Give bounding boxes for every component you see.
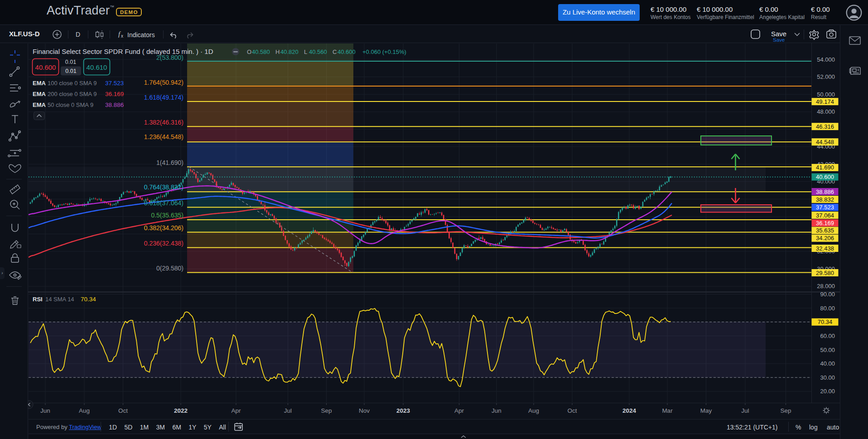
svg-text:Apr: Apr <box>231 407 241 414</box>
svg-text:Jul: Jul <box>284 407 292 414</box>
svg-text:0.618(37.064): 0.618(37.064) <box>144 199 183 207</box>
svg-text:28.000: 28.000 <box>817 283 835 289</box>
svg-text:37.523: 37.523 <box>105 80 124 87</box>
svg-text:60.00: 60.00 <box>820 333 835 339</box>
svg-text:2024: 2024 <box>622 407 637 414</box>
svg-text:Save: Save <box>771 30 786 38</box>
svg-text:54.000: 54.000 <box>817 56 835 63</box>
svg-text:30.00: 30.00 <box>820 374 835 381</box>
svg-text:38.832: 38.832 <box>816 196 834 203</box>
svg-text:Oct: Oct <box>118 407 128 414</box>
svg-text:Jun: Jun <box>40 407 50 414</box>
svg-text:90.00: 90.00 <box>820 291 835 298</box>
svg-text:1.764(50.942): 1.764(50.942) <box>144 79 183 86</box>
svg-text:D: D <box>76 31 80 38</box>
svg-text:29.580: 29.580 <box>816 270 834 276</box>
svg-text:34.206: 34.206 <box>816 235 834 241</box>
svg-text:H: H <box>275 48 280 55</box>
svg-text:0.764(38.832): 0.764(38.832) <box>144 183 183 191</box>
svg-text:40.580: 40.580 <box>252 48 270 55</box>
svg-text:36.169: 36.169 <box>816 220 834 227</box>
svg-text:Save: Save <box>773 37 785 43</box>
svg-text:1(41.690): 1(41.690) <box>156 159 183 166</box>
svg-text:35.635: 35.635 <box>816 227 834 234</box>
svg-text:100 close 0 SMA 9: 100 close 0 SMA 9 <box>48 80 96 87</box>
svg-text:48.000: 48.000 <box>817 108 835 115</box>
svg-text:EMA: EMA <box>33 91 46 97</box>
svg-text:44.548: 44.548 <box>816 139 834 145</box>
svg-text:O: O <box>247 48 251 55</box>
svg-text:Oct: Oct <box>567 407 577 414</box>
svg-text:37.523: 37.523 <box>816 204 834 211</box>
svg-text:Jun: Jun <box>492 407 502 414</box>
svg-text:C: C <box>333 48 337 55</box>
svg-text:40.560: 40.560 <box>309 48 327 55</box>
svg-text:40.600: 40.600 <box>816 174 834 180</box>
svg-text:1.382(46.316): 1.382(46.316) <box>144 119 183 126</box>
svg-text:40.610: 40.610 <box>87 63 107 71</box>
svg-text:L: L <box>304 48 307 55</box>
svg-text:0(29.580): 0(29.580) <box>156 265 183 272</box>
svg-text:Sep: Sep <box>321 407 332 414</box>
svg-text:40.00: 40.00 <box>820 360 835 367</box>
svg-text:Sep: Sep <box>780 407 791 414</box>
svg-text:Nov: Nov <box>359 407 370 414</box>
svg-text:May: May <box>700 407 712 414</box>
svg-text:0.382(34.206): 0.382(34.206) <box>144 224 183 232</box>
svg-text:1.618(49.174): 1.618(49.174) <box>144 94 183 101</box>
svg-text:x: x <box>121 34 123 39</box>
svg-text:+0.060 (+0.15%): +0.060 (+0.15%) <box>362 48 406 55</box>
svg-text:20.00: 20.00 <box>820 388 835 395</box>
svg-text:50.000: 50.000 <box>817 91 835 98</box>
svg-text:Mar: Mar <box>662 407 673 414</box>
svg-text:70.34: 70.34 <box>818 318 833 325</box>
svg-text:46.316: 46.316 <box>816 123 834 130</box>
svg-text:40.600: 40.600 <box>35 63 56 71</box>
svg-text:40.600: 40.600 <box>338 48 356 55</box>
svg-text:Apr: Apr <box>454 407 464 414</box>
svg-text:Aug: Aug <box>79 407 90 414</box>
svg-text:Financial Select Sector SPDR F: Financial Select Sector SPDR Fund ( dela… <box>33 48 213 55</box>
svg-text:32.438: 32.438 <box>816 245 834 252</box>
svg-text:37.064: 37.064 <box>816 212 834 219</box>
svg-text:0.236(32.438): 0.236(32.438) <box>144 240 183 247</box>
svg-text:RSI: RSI <box>33 296 43 303</box>
svg-text:14 SMA 14: 14 SMA 14 <box>45 296 74 303</box>
svg-text:2023: 2023 <box>396 407 410 414</box>
svg-text:52.000: 52.000 <box>817 73 835 80</box>
svg-text:Jul: Jul <box>741 407 749 414</box>
svg-text:41.690: 41.690 <box>816 164 834 171</box>
svg-text:Aug: Aug <box>528 407 539 414</box>
svg-text:EMA: EMA <box>33 101 46 108</box>
svg-text:0.5(35.635): 0.5(35.635) <box>151 212 183 219</box>
svg-text:1.236(44.548): 1.236(44.548) <box>144 133 183 140</box>
svg-text:49.174: 49.174 <box>816 98 834 105</box>
svg-text:50 close 0 SMA 9: 50 close 0 SMA 9 <box>48 101 93 108</box>
svg-text:EMA: EMA <box>33 80 46 87</box>
svg-text:80.00: 80.00 <box>820 305 835 312</box>
svg-text:70.34: 70.34 <box>81 296 96 303</box>
svg-text:0.01: 0.01 <box>65 68 76 74</box>
svg-text:40.820: 40.820 <box>280 48 299 55</box>
svg-text:200 close 0 SMA 9: 200 close 0 SMA 9 <box>48 91 96 97</box>
svg-text:50.00: 50.00 <box>820 347 835 353</box>
svg-text:2022: 2022 <box>174 407 188 414</box>
svg-text:36.169: 36.169 <box>105 91 124 97</box>
svg-text:0.01: 0.01 <box>65 59 76 65</box>
svg-text:38.886: 38.886 <box>816 188 834 195</box>
svg-text:38.886: 38.886 <box>105 101 124 108</box>
